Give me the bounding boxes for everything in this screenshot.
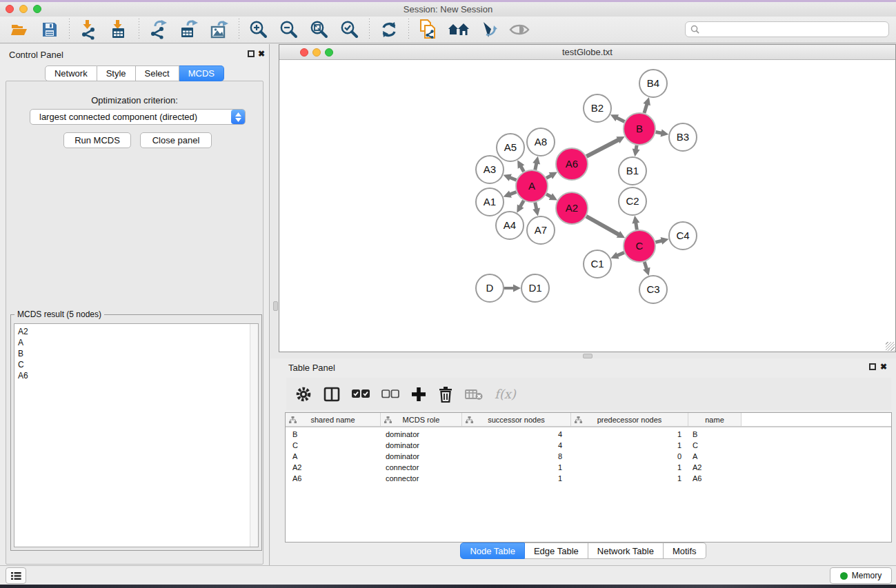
graph-node-label-A8: A8 bbox=[535, 136, 547, 148]
add-column-icon[interactable] bbox=[411, 387, 426, 402]
result-item[interactable]: A2 bbox=[14, 324, 258, 337]
delete-column-trash-icon[interactable] bbox=[438, 386, 453, 403]
network-canvas[interactable]: B4B2BB3A5A8A6A3B1AC2A1A2A4A7C4CC1DD1C3 bbox=[279, 61, 895, 352]
result-scrollbar[interactable] bbox=[250, 324, 258, 547]
import-table-icon[interactable] bbox=[108, 18, 131, 41]
tab-mcds[interactable]: MCDS bbox=[179, 65, 224, 81]
graph-edge-B-B4[interactable] bbox=[644, 103, 647, 113]
graph-edge-A6-B[interactable] bbox=[586, 139, 619, 156]
table-row[interactable]: A dominator 8 0 A bbox=[286, 451, 891, 462]
table-panel-title: Table Panel bbox=[288, 363, 335, 373]
task-history-button[interactable] bbox=[6, 567, 26, 584]
graph-edge-arrow bbox=[643, 97, 650, 105]
result-item[interactable]: A6 bbox=[14, 370, 258, 381]
vertical-split-handle[interactable] bbox=[273, 301, 278, 311]
node-table[interactable]: shared name MCDS role successor nodes pr… bbox=[285, 412, 892, 543]
result-item[interactable]: B bbox=[14, 348, 258, 359]
result-item[interactable]: C bbox=[14, 359, 258, 370]
memory-label: Memory bbox=[852, 571, 882, 580]
deselect-all-checkboxes-icon[interactable] bbox=[381, 389, 399, 398]
float-table-panel-icon[interactable] bbox=[869, 363, 876, 370]
zoom-in-icon[interactable] bbox=[247, 18, 270, 41]
attribute-tree-icon bbox=[384, 416, 392, 424]
tab-select[interactable]: Select bbox=[136, 65, 179, 81]
column-header-filler bbox=[741, 413, 891, 426]
control-panel-tabs: Network Style Select MCDS bbox=[0, 65, 269, 81]
title-bar[interactable]: Session: New Session bbox=[0, 2, 896, 17]
tab-style[interactable]: Style bbox=[97, 65, 136, 81]
clone-network-icon[interactable] bbox=[417, 18, 440, 41]
run-mcds-button[interactable]: Run MCDS bbox=[63, 132, 131, 148]
table-panel: Table Panel ✖ f(x) bbox=[270, 358, 896, 565]
list-icon bbox=[11, 571, 21, 580]
delete-table-icon-disabled bbox=[465, 388, 483, 401]
tab-edge-table[interactable]: Edge Table bbox=[525, 543, 588, 559]
export-image-icon[interactable] bbox=[208, 18, 231, 41]
eye-icon[interactable] bbox=[508, 18, 531, 41]
search-input[interactable] bbox=[703, 23, 883, 36]
network-window-titlebar[interactable]: testGlobe.txt bbox=[279, 45, 895, 60]
import-network-icon[interactable] bbox=[77, 18, 101, 41]
float-panel-icon[interactable] bbox=[248, 50, 255, 57]
attribute-tree-icon bbox=[466, 416, 473, 424]
table-row[interactable]: C dominator 4 1 C bbox=[286, 440, 891, 451]
column-header-predecessor-nodes[interactable]: predecessor nodes bbox=[571, 413, 688, 426]
graph-node-label-C2: C2 bbox=[626, 195, 639, 207]
zoom-out-icon[interactable] bbox=[277, 18, 301, 41]
table-settings-gear-icon[interactable] bbox=[295, 386, 312, 403]
tab-node-table[interactable]: Node Table bbox=[460, 543, 525, 559]
graph-edge-B-B2[interactable] bbox=[616, 117, 625, 121]
table-row[interactable]: A6 connector 1 1 A6 bbox=[286, 473, 891, 484]
export-table-icon[interactable] bbox=[177, 18, 201, 41]
close-table-panel-icon[interactable]: ✖ bbox=[880, 362, 887, 372]
horizontal-split-handle[interactable] bbox=[583, 354, 593, 358]
network-window-title: testGlobe.txt bbox=[279, 47, 895, 57]
paint-style-icon[interactable] bbox=[477, 18, 501, 41]
graph-node-label-C1: C1 bbox=[590, 258, 604, 270]
column-header-successor-nodes[interactable]: successor nodes bbox=[462, 413, 571, 426]
column-header-mcds-role[interactable]: MCDS role bbox=[381, 413, 462, 426]
dropdown-stepper-icon bbox=[231, 110, 245, 124]
table-row[interactable]: B dominator 4 1 B bbox=[286, 427, 891, 440]
attribute-tree-icon bbox=[575, 416, 582, 424]
tab-motifs[interactable]: Motifs bbox=[664, 543, 706, 559]
zoom-fit-icon[interactable] bbox=[308, 18, 331, 41]
application-window: Session: New Session bbox=[0, 0, 896, 588]
toolbar-separator bbox=[139, 19, 139, 41]
close-panel-icon[interactable]: ✖ bbox=[258, 49, 265, 59]
table-panel-tabs: Node Table Edge Table Network Table Moti… bbox=[270, 543, 896, 559]
control-panel-title: Control Panel bbox=[9, 50, 63, 60]
save-session-icon[interactable] bbox=[38, 18, 61, 41]
criterion-dropdown-value: largest connected component (directed) bbox=[30, 112, 231, 122]
open-file-icon[interactable] bbox=[8, 18, 31, 41]
graph-node-label-B4: B4 bbox=[647, 77, 659, 89]
zoom-selected-icon[interactable] bbox=[338, 18, 361, 41]
graph-node-label-B2: B2 bbox=[591, 102, 604, 114]
export-network-icon[interactable] bbox=[147, 18, 170, 41]
search-field[interactable] bbox=[685, 21, 889, 37]
mcds-result-list[interactable]: A2 A B C A6 bbox=[14, 323, 259, 547]
graph-edge-arrow bbox=[532, 156, 540, 165]
window-resize-handle[interactable] bbox=[886, 342, 895, 351]
graph-node-label-A2: A2 bbox=[566, 202, 578, 214]
result-item[interactable]: A bbox=[14, 337, 258, 348]
column-header-shared-name[interactable]: shared name bbox=[286, 413, 381, 426]
close-panel-button[interactable]: Close panel bbox=[140, 132, 212, 148]
home-icon[interactable] bbox=[447, 18, 470, 41]
show-columns-icon[interactable] bbox=[323, 386, 340, 403]
refresh-icon[interactable] bbox=[377, 18, 401, 41]
tab-network[interactable]: Network bbox=[45, 65, 97, 81]
graph-node-label-B: B bbox=[636, 123, 643, 134]
graph-edge-arrow bbox=[661, 130, 669, 137]
criterion-dropdown[interactable]: largest connected component (directed) bbox=[30, 109, 246, 125]
tab-network-table[interactable]: Network Table bbox=[588, 543, 664, 559]
graph-edge-arrow bbox=[532, 208, 540, 216]
graph-edge-A2-C[interactable] bbox=[586, 216, 619, 235]
memory-button[interactable]: Memory bbox=[830, 567, 892, 584]
optimization-criterion-label: Optimization criterion: bbox=[6, 95, 263, 105]
window-title: Session: New Session bbox=[0, 4, 896, 14]
select-all-checkboxes-icon[interactable] bbox=[352, 389, 370, 398]
table-row[interactable]: A2 connector 1 1 A2 bbox=[286, 462, 891, 473]
mcds-tab-content: Optimization criterion: largest connecte… bbox=[6, 81, 263, 565]
column-header-name[interactable]: name bbox=[688, 413, 741, 426]
